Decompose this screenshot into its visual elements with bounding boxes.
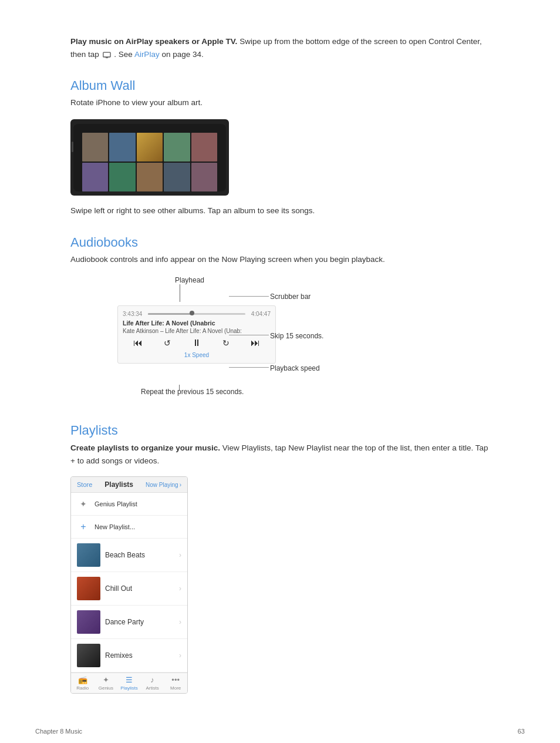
playlists-section: Playlists Create playlists to organize y… xyxy=(70,423,490,694)
skip-line xyxy=(229,335,269,335)
genius-playlist-item[interactable]: ✦ Genius Playlist xyxy=(71,493,187,516)
audiobooks-heading: Audiobooks xyxy=(70,235,490,250)
book-title: Life After Life: A Novel (Unabric xyxy=(123,320,271,327)
playlist-thumb-dance-party xyxy=(77,610,100,634)
scrubber-bar[interactable] xyxy=(148,313,245,315)
svg-rect-0 xyxy=(103,52,110,57)
chevron-right-icon: › xyxy=(179,618,181,626)
tab-playlists[interactable]: ☰ Playlists xyxy=(117,675,141,691)
intro-bold-text: Play music on AirPlay speakers or Apple … xyxy=(70,37,237,46)
tab-radio-label: Radio xyxy=(76,685,89,691)
tab-radio[interactable]: 📻 Radio xyxy=(71,675,95,691)
tab-genius-label: Genius xyxy=(99,685,113,691)
airplay-icon xyxy=(103,52,111,58)
chevron-right-icon: › xyxy=(179,651,181,660)
album-cell xyxy=(109,133,135,162)
playlists-heading: Playlists xyxy=(70,423,490,438)
album-cell xyxy=(191,163,217,191)
svg-marker-1 xyxy=(105,57,108,58)
album-after-text: Swipe left or right to see other albums.… xyxy=(70,205,490,217)
tab-more[interactable]: ••• More xyxy=(164,675,187,691)
new-playlist-label: New Playlist... xyxy=(95,523,135,530)
album-cell xyxy=(164,163,190,191)
new-playlist-item[interactable]: + New Playlist... xyxy=(71,516,187,539)
album-wall-heading: Album Wall xyxy=(70,78,490,93)
album-cell xyxy=(82,163,108,191)
playlist-thumb-remixes xyxy=(77,644,100,667)
playlist-name-beach-beats: Beach Beats xyxy=(105,551,174,559)
album-wall-image xyxy=(70,119,229,196)
replay15-button[interactable]: ↺ xyxy=(164,338,171,348)
audiobook-player: 3:43:34 4:04:47 Life After Life: A Novel… xyxy=(117,288,276,364)
album-cell xyxy=(137,133,163,162)
playlist-item-dance-party[interactable]: Dance Party › xyxy=(71,606,187,639)
audiobook-diagram: Playhead 3:43:34 4:04:47 Life After Lif xyxy=(70,276,364,405)
phone-header-title: Playlists xyxy=(104,480,133,489)
genius-icon: ✦ xyxy=(77,497,90,510)
playlist-name-remixes: Remixes xyxy=(105,651,174,660)
tab-artists-label: Artists xyxy=(146,685,158,691)
phone-now-playing[interactable]: Now Playing › xyxy=(146,482,181,488)
playlist-thumb-beach-beats xyxy=(77,543,100,567)
scrubber-thumb xyxy=(190,311,194,315)
playlist-item-beach-beats[interactable]: Beach Beats › xyxy=(71,539,187,572)
footer-chapter: Chapter 8 Music xyxy=(35,728,82,735)
playlists-phone-ui: Store Playlists Now Playing › ✦ Genius P… xyxy=(70,476,188,694)
playlist-name-dance-party: Dance Party xyxy=(105,618,174,626)
album-cell xyxy=(164,133,190,162)
add-icon: + xyxy=(77,520,90,533)
tab-playlists-label: Playlists xyxy=(120,685,137,691)
speed-annotation-line xyxy=(229,367,269,368)
page-content: Play music on AirPlay speakers or Apple … xyxy=(0,0,560,743)
genius-playlist-label: Genius Playlist xyxy=(95,500,137,507)
album-cell xyxy=(82,133,108,162)
intro-page-text: on page 34. xyxy=(161,50,203,59)
album-wall-section: Album Wall Rotate iPhone to view your al… xyxy=(70,78,490,217)
album-cell xyxy=(137,163,163,191)
scrubber-line xyxy=(229,296,269,297)
album-cell xyxy=(109,163,135,191)
pause-button[interactable]: ⏸ xyxy=(192,338,201,348)
player-controls: ⏮ ↺ ⏸ ↻ ⏭ xyxy=(123,338,271,348)
radio-icon: 📻 xyxy=(78,675,87,684)
page-footer: Chapter 8 Music 63 xyxy=(0,728,560,735)
playlist-item-remixes[interactable]: Remixes › xyxy=(71,639,187,673)
playlist-thumb-chill-out xyxy=(77,577,100,600)
footer-page: 63 xyxy=(518,728,525,735)
speed-annotation: Playback speed xyxy=(270,364,320,372)
album-cell xyxy=(191,133,217,162)
forward15-button[interactable]: ↻ xyxy=(222,338,230,348)
scrubber-area: 3:43:34 4:04:47 xyxy=(123,311,271,317)
phone-tab-bar: 📻 Radio ✦ Genius ☰ Playlists ♪ Artists •… xyxy=(71,673,187,693)
fastforward-button[interactable]: ⏭ xyxy=(251,338,260,348)
tab-genius[interactable]: ✦ Genius xyxy=(95,675,118,691)
playlists-tab-icon: ☰ xyxy=(126,675,133,684)
scrubber-annotation: Scrubber bar xyxy=(270,293,311,301)
time-right: 4:04:47 xyxy=(251,311,271,317)
repeat-annotation: Repeat the previous 15 seconds. xyxy=(141,388,244,396)
tab-artists[interactable]: ♪ Artists xyxy=(141,675,164,691)
skip-annotation: Skip 15 seconds. xyxy=(270,332,323,340)
more-tab-icon: ••• xyxy=(171,675,180,684)
playlists-desc-bold: Create playlists to organize your music. xyxy=(70,443,220,452)
rewind-button[interactable]: ⏮ xyxy=(133,338,143,348)
playhead-annotation: Playhead xyxy=(175,276,204,284)
airplay-link[interactable]: AirPlay xyxy=(134,50,160,59)
scrubber-fill xyxy=(148,313,191,315)
intro-see-text: . See xyxy=(114,50,133,59)
genius-tab-icon: ✦ xyxy=(103,675,109,684)
album-grid xyxy=(82,133,217,191)
time-left: 3:43:34 xyxy=(123,311,142,317)
audiobooks-section: Audiobooks Audiobook controls and info a… xyxy=(70,235,490,405)
speed-label-text: 1x Speed xyxy=(184,352,209,358)
audiobooks-subtitle: Audiobook controls and info appear on th… xyxy=(70,254,490,265)
album-wall-subtitle: Rotate iPhone to view your album art. xyxy=(70,97,490,109)
intro-paragraph: Play music on AirPlay speakers or Apple … xyxy=(70,35,490,60)
chevron-right-icon: › xyxy=(180,482,181,488)
phone-store-button[interactable]: Store xyxy=(77,481,92,488)
tab-more-label: More xyxy=(170,685,181,691)
chevron-right-icon: › xyxy=(179,551,181,559)
book-author: Kate Atkinson – Life After Life: A Novel… xyxy=(123,328,271,334)
artists-tab-icon: ♪ xyxy=(150,675,154,684)
playlist-item-chill-out[interactable]: Chill Out › xyxy=(71,572,187,606)
